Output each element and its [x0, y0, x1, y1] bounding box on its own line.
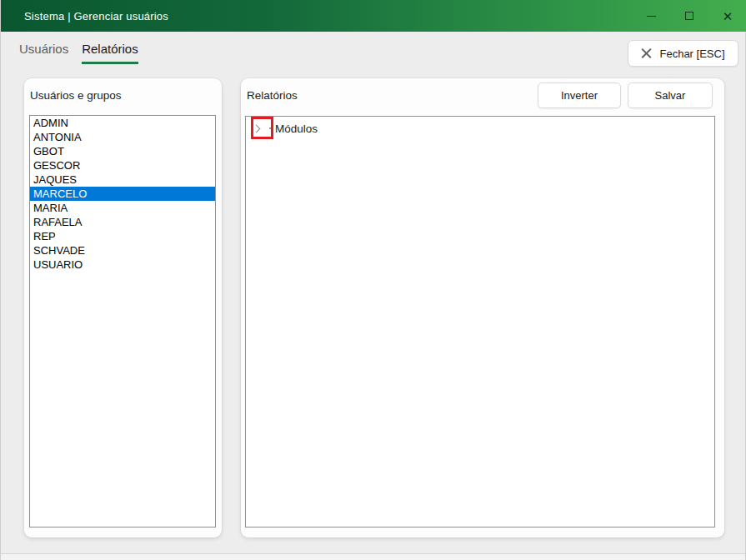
reports-title: Relatórios [247, 89, 298, 102]
tree-node-modulos[interactable]: Módulos [246, 118, 318, 138]
titlebar: Sistema | Gerenciar usuários ✕ [1, 0, 746, 32]
caption-buttons: ✕ [632, 0, 746, 32]
window-bottom-edge [1, 553, 745, 560]
user-list-item[interactable]: RAFAELA [30, 215, 215, 229]
salvar-button[interactable]: Salvar [628, 82, 713, 108]
user-list-item[interactable]: REP [30, 229, 215, 243]
reports-tree: Módulos [245, 116, 715, 528]
users-groups-panel: Usuários e grupos ADMIN ANTONIA GBOT GES… [24, 78, 222, 538]
minimize-button[interactable] [632, 0, 670, 32]
chevron-right-icon [252, 124, 260, 132]
maximize-icon [685, 12, 693, 20]
close-x-icon [641, 48, 652, 59]
window-title: Sistema | Gerenciar usuários [1, 10, 168, 22]
user-list-item[interactable]: MARIA [30, 201, 215, 215]
app-window: Sistema | Gerenciar usuários ✕ Usuários … [0, 0, 746, 560]
user-list-item[interactable]: SCHVADE [30, 243, 215, 258]
user-list-item[interactable]: USUARIO [30, 258, 215, 272]
user-list-item-selected[interactable]: MARCELO [30, 187, 215, 201]
user-list-item[interactable]: JAQUES [30, 172, 215, 187]
user-list-item[interactable]: ADMIN [30, 116, 215, 130]
tree-expander[interactable] [246, 118, 268, 138]
fechar-esc-button[interactable]: Fechar [ESC] [628, 40, 738, 67]
tab-relatorios[interactable]: Relatórios [82, 42, 138, 64]
inverter-button[interactable]: Inverter [538, 82, 621, 108]
fechar-esc-label: Fechar [ESC] [659, 48, 724, 60]
close-window-button[interactable]: ✕ [708, 0, 746, 32]
tab-usuarios[interactable]: Usuários [19, 42, 68, 64]
minimize-icon [647, 16, 656, 17]
maximize-button[interactable] [670, 0, 708, 32]
close-icon: ✕ [723, 10, 733, 22]
tree-item-bullet [269, 128, 272, 129]
user-list-item[interactable]: GESCOR [30, 158, 215, 172]
users-listbox: ADMIN ANTONIA GBOT GESCOR JAQUES MARCELO… [29, 115, 216, 528]
tree-node-label: Módulos [275, 122, 318, 135]
user-list-item[interactable]: ANTONIA [30, 130, 215, 144]
users-groups-title: Usuários e grupos [30, 89, 122, 102]
reports-panel: Relatórios Inverter Salvar Módulos [241, 78, 724, 538]
tabstrip: Usuários Relatórios [19, 42, 138, 64]
user-list-item[interactable]: GBOT [30, 144, 215, 158]
